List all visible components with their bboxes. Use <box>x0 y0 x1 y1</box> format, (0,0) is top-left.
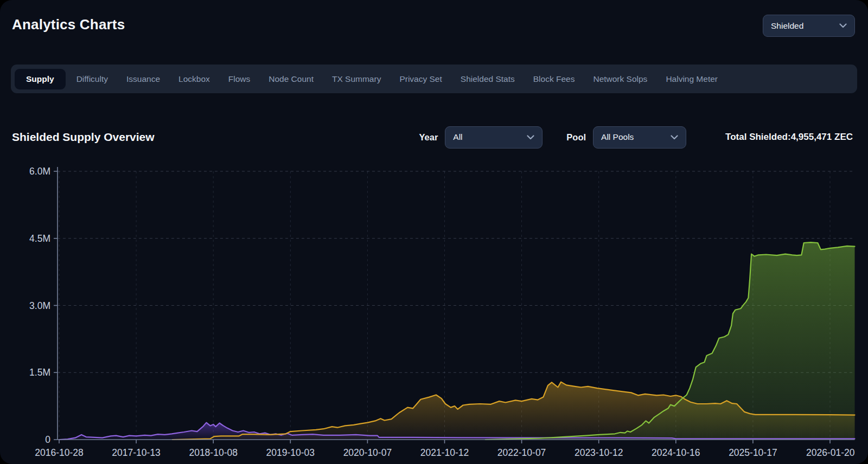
pool-label: Pool <box>566 132 586 143</box>
year-filter: Year All <box>419 126 542 149</box>
chevron-down-icon <box>527 135 534 140</box>
chevron-down-icon <box>671 135 678 140</box>
tab-supply[interactable]: Supply <box>15 69 66 89</box>
header: Analytics Charts Shielded <box>0 0 868 54</box>
x-tick-label: 2026-01-20 <box>806 447 855 458</box>
tab-difficulty[interactable]: Difficulty <box>69 69 116 89</box>
supply-chart-svg: 01.5M3.0M4.5M6.0M2016-10-282017-10-13201… <box>11 160 857 460</box>
x-tick-label: 2025-10-17 <box>729 447 777 458</box>
supply-area-chart[interactable]: 01.5M3.0M4.5M6.0M2016-10-282017-10-13201… <box>11 160 857 460</box>
tab-block-fees[interactable]: Block Fees <box>526 69 583 89</box>
tab-lockbox[interactable]: Lockbox <box>171 69 218 89</box>
pool-filter: Pool All Pools <box>566 126 686 149</box>
tab-shielded-stats[interactable]: Shielded Stats <box>453 69 522 89</box>
x-tick-label: 2016-10-28 <box>35 447 84 458</box>
y-tick-label: 4.5M <box>29 233 50 244</box>
y-tick-label: 1.5M <box>29 367 50 378</box>
y-tick-label: 3.0M <box>29 300 50 311</box>
chart-controls: Shielded Supply Overview Year All Pool A… <box>12 126 853 149</box>
total-shielded: Total Shielded:4,955,471 ZEC <box>725 132 853 143</box>
tab-flows[interactable]: Flows <box>221 69 258 89</box>
year-select-value: All <box>453 132 462 142</box>
total-shielded-label: Total Shielded: <box>725 132 791 142</box>
view-selector-dropdown[interactable]: Shielded <box>763 15 855 37</box>
x-tick-label: 2021-10-12 <box>420 447 469 458</box>
page-title: Analytics Charts <box>12 16 125 33</box>
tab-network-solps[interactable]: Network Solps <box>585 69 655 89</box>
y-tick-label: 6.0M <box>29 166 50 177</box>
pool-select-dropdown[interactable]: All Pools <box>593 126 686 149</box>
tab-node-count[interactable]: Node Count <box>261 69 321 89</box>
x-tick-label: 2022-10-07 <box>497 447 546 458</box>
x-tick-label: 2020-10-07 <box>343 447 392 458</box>
tab-tx-summary[interactable]: TX Summary <box>324 69 388 89</box>
x-tick-label: 2017-10-13 <box>112 447 161 458</box>
tab-halving-meter[interactable]: Halving Meter <box>658 69 725 89</box>
x-tick-label: 2024-10-16 <box>652 447 700 458</box>
analytics-window: Analytics Charts Shielded SupplyDifficul… <box>0 0 868 464</box>
pool-select-value: All Pools <box>601 132 634 142</box>
year-label: Year <box>419 132 438 143</box>
tab-privacy-set[interactable]: Privacy Set <box>392 69 449 89</box>
section-title: Shielded Supply Overview <box>12 131 155 144</box>
view-selector-value: Shielded <box>771 21 803 31</box>
tab-issuance[interactable]: Issuance <box>119 69 168 89</box>
y-tick-label: 0 <box>45 434 50 445</box>
chevron-down-icon <box>839 23 847 28</box>
total-shielded-value: 4,955,471 ZEC <box>791 132 853 142</box>
chart-tabs: SupplyDifficultyIssuanceLockboxFlowsNode… <box>11 65 857 93</box>
year-select-dropdown[interactable]: All <box>445 126 542 149</box>
x-tick-label: 2023-10-12 <box>575 447 623 458</box>
x-tick-label: 2019-10-03 <box>266 447 315 458</box>
x-tick-label: 2018-10-08 <box>189 447 238 458</box>
